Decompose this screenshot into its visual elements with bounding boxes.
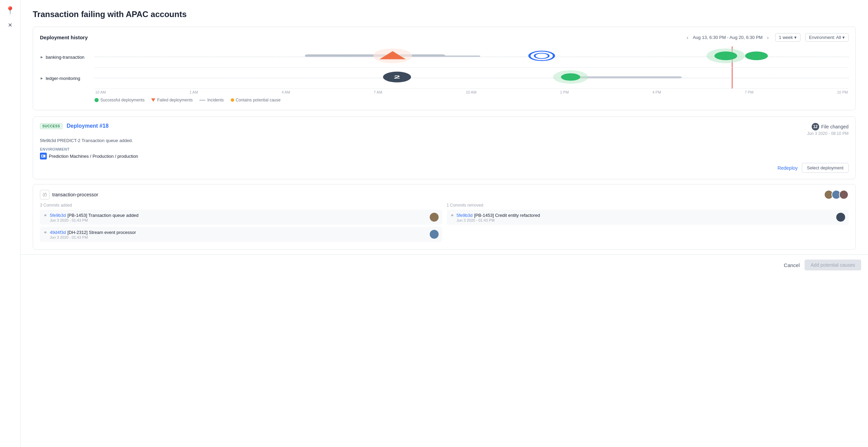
chart-row-banking: ► banking-transaction	[95, 46, 849, 68]
sidebar: 📍 ✕	[0, 0, 20, 447]
svg-point-7	[714, 52, 737, 60]
env-path: Prediction Machines / Production / produ…	[49, 154, 138, 159]
deployment-title[interactable]: Deployment #18	[67, 123, 109, 129]
row-label-banking[interactable]: ► banking-transaction	[40, 55, 93, 60]
legend-incidents: Incidents	[199, 98, 224, 102]
commit-info-removed-0: ⚭ 5fe9b3d [PB-1453] Credit entity refact…	[450, 212, 540, 222]
commit-avatar-removed-0	[836, 213, 845, 222]
commit-avatar-0	[430, 213, 439, 222]
prev-arrow[interactable]: ‹	[685, 34, 690, 41]
avatars	[824, 190, 849, 199]
environment-dropdown[interactable]: Environment: All ▾	[805, 33, 849, 42]
commits-section: 3 Commits added ⚭ 5fe9b3d [PB-1453] Tran…	[40, 203, 849, 244]
commit-msg-removed-0: [PB-1453] Credit entity refactored	[474, 213, 540, 218]
deployment-card-right: 12 File changed Jun 3 2020 - 08:10 PM	[807, 123, 849, 136]
deployment-card: SUCCESS Deployment #18 12 File changed J…	[33, 116, 856, 179]
env-value: Prediction Machines / Production / produ…	[40, 153, 849, 159]
commit-hash-0[interactable]: 5fe9b3d	[50, 213, 66, 218]
expand-arrow-banking: ►	[40, 55, 44, 59]
time-label-2: 4 AM	[282, 90, 290, 94]
legend: Successful deployments Failed deployment…	[95, 98, 849, 102]
commits-added-col: 3 Commits added ⚭ 5fe9b3d [PB-1453] Tran…	[40, 203, 442, 244]
service-icon: 〈/〉	[40, 190, 49, 199]
location-icon: 📍	[5, 6, 15, 15]
commits-added-label: 3 Commits added	[40, 203, 442, 208]
file-changed-badge: 12 File changed	[812, 123, 849, 130]
date-range: Aug 13, 6:30 PM - Aug 20, 6:30 PM	[693, 35, 763, 40]
file-count: 12	[812, 123, 819, 130]
banking-label: banking-transaction	[46, 55, 84, 60]
dh-header: Deployment history ‹ Aug 13, 6:30 PM - A…	[40, 33, 849, 42]
svg-point-5	[535, 53, 549, 59]
next-arrow[interactable]: ›	[765, 34, 770, 41]
commits-removed-col: 1 Commits removed ⚭ 5fe9b3d [PB-1453] Cr…	[447, 203, 849, 244]
card-actions: Redeploy Select deployment	[40, 163, 849, 173]
banking-track	[95, 46, 849, 68]
chart-row-ledger: ► ledger-monitoring 2	[95, 68, 849, 89]
time-label-3: 7 AM	[374, 90, 382, 94]
time-label-4: 10 AM	[466, 90, 476, 94]
bottom-bar: Cancel Add potential causes	[20, 254, 868, 275]
service-name-label: transaction-processor	[52, 192, 98, 197]
svg-text:2: 2	[394, 75, 400, 80]
dh-controls: ‹ Aug 13, 6:30 PM - Aug 20, 6:30 PM › 1 …	[685, 33, 849, 42]
date-nav: ‹ Aug 13, 6:30 PM - Aug 20, 6:30 PM ›	[685, 34, 770, 41]
select-deployment-button[interactable]: Select deployment	[802, 163, 849, 173]
deployment-history-section: Deployment history ‹ Aug 13, 6:30 PM - A…	[33, 27, 856, 110]
close-icon[interactable]: ✕	[8, 22, 12, 28]
time-label-8: 10 PM	[837, 90, 848, 94]
commit-date-1: Jun 3 2020 - 01:43 PM	[50, 235, 136, 239]
commit-msg-0: [PB-1453] Transaction queue added	[67, 213, 138, 218]
time-axis: 10 AM 1 AM 4 AM 7 AM 10 AM 1 PM 4 PM 7 P…	[95, 90, 849, 94]
deployment-card-header: SUCCESS Deployment #18 12 File changed J…	[40, 123, 849, 136]
svg-point-8	[745, 52, 768, 60]
commit-hash-1[interactable]: 49d4f3d	[50, 230, 66, 235]
deployment-desc: 5fe9b3d PREDICT-2 Transaction queue adde…	[40, 138, 849, 143]
failed-label: Failed deployments	[157, 98, 193, 102]
commit-info-0: ⚭ 5fe9b3d [PB-1453] Transaction queue ad…	[43, 212, 139, 222]
incidents-label: Incidents	[207, 98, 224, 102]
legend-successful: Successful deployments	[95, 98, 144, 102]
legend-failed: Failed deployments	[151, 98, 193, 102]
env-icon	[40, 153, 47, 159]
commit-date-0: Jun 3 2020 - 01:43 PM	[50, 218, 139, 222]
ledger-track: 2	[95, 68, 849, 89]
commits-removed-label: 1 Commits removed	[447, 203, 849, 208]
incidents-icon	[199, 100, 205, 101]
successful-label: Successful deployments	[100, 98, 144, 102]
commit-row-1: ⚭ 49d4f3d [DH-2312] Stream event process…	[40, 227, 442, 242]
commit-date-removed-0: Jun 3 2020 - 01:43 PM	[457, 218, 540, 222]
cancel-button[interactable]: Cancel	[784, 262, 800, 268]
service-header: 〈/〉 transaction-processor	[40, 190, 849, 199]
legend-potential: Contains potential cause	[231, 98, 281, 102]
add-causes-button[interactable]: Add potential causes	[805, 260, 861, 270]
time-label-0: 10 AM	[95, 90, 106, 94]
env-label: Environment	[40, 147, 849, 151]
time-label-5: 1 PM	[560, 90, 569, 94]
chart-container: ► banking-transaction	[95, 46, 849, 102]
row-label-ledger[interactable]: ► ledger-monitoring	[40, 76, 93, 81]
successful-icon	[95, 98, 99, 102]
time-label-7: 7 PM	[745, 90, 754, 94]
svg-rect-15	[42, 155, 43, 157]
redeploy-link[interactable]: Redeploy	[778, 165, 798, 171]
service-name: 〈/〉 transaction-processor	[40, 190, 98, 199]
failed-icon	[151, 98, 155, 102]
commit-hash-removed-0[interactable]: 5fe9b3d	[457, 213, 473, 218]
time-label-6: 4 PM	[652, 90, 661, 94]
ledger-chart-svg: 2	[95, 68, 849, 88]
expand-arrow-ledger: ►	[40, 76, 44, 80]
banking-chart-svg	[95, 46, 849, 67]
potential-label: Contains potential cause	[236, 98, 281, 102]
commit-avatar-1	[430, 230, 439, 239]
potential-icon	[231, 98, 234, 102]
chart-rows: ► banking-transaction	[95, 46, 849, 89]
deployment-card-left: SUCCESS Deployment #18	[40, 123, 109, 129]
commit-info-1: ⚭ 49d4f3d [DH-2312] Stream event process…	[43, 229, 136, 239]
deployment-date: Jun 3 2020 - 08:10 PM	[807, 131, 849, 136]
svg-point-13	[561, 73, 580, 81]
commit-dot-0: ⚭	[43, 213, 47, 218]
period-dropdown[interactable]: 1 week ▾	[775, 33, 800, 42]
status-badge: SUCCESS	[40, 123, 62, 129]
page-title: Transaction failing with APAC accounts	[33, 10, 856, 19]
